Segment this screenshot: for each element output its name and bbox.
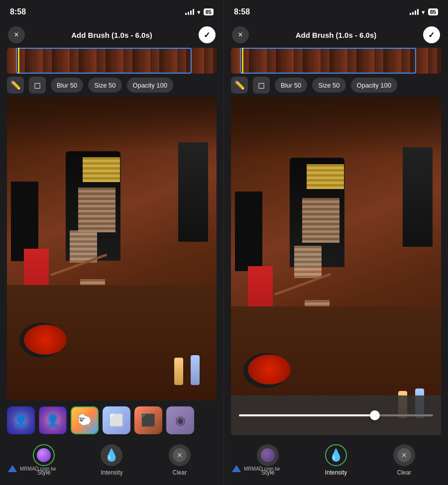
status-bar-right: 8:58 ▾ 85 — [224, 0, 448, 22]
confirm-button-right[interactable]: ✓ — [423, 26, 440, 43]
status-time-right: 8:58 — [234, 7, 250, 16]
style-thumb-6-left[interactable]: ◉ — [166, 406, 194, 434]
toolbar-left: ✏️ ◻ Blur 50 Size 50 Opacity 100 — [0, 74, 224, 97]
timeline-playhead-left — [18, 48, 19, 74]
style-thumb-4-left[interactable]: ⬜ — [103, 406, 130, 434]
clear-action-left[interactable]: ✕ Clear — [169, 444, 191, 476]
clear-label-right: Clear — [397, 469, 411, 476]
status-icons-right: ▾ 85 — [410, 8, 438, 16]
signal-icon-right — [410, 9, 419, 15]
blur-btn-right[interactable]: Blur 50 — [275, 78, 307, 93]
style-thumb-5-left[interactable]: ⬛ — [134, 406, 162, 434]
timeline-right[interactable] — [231, 48, 441, 74]
clear-label-left: Clear — [173, 469, 187, 476]
battery-left: 85 — [204, 8, 214, 15]
confirm-button-left[interactable]: ✓ — [199, 26, 216, 43]
bottom-bar-left: Style 💧 Intensity ✕ Clear — [0, 440, 224, 485]
header-title-left: Add Brush (1.0s - 6.0s) — [71, 31, 152, 39]
brush-tool-left[interactable]: ✏️ — [7, 77, 24, 94]
top-bar-right: × Add Brush (1.0s - 6.0s) ✓ — [224, 22, 448, 48]
intensity-action-left[interactable]: 💧 Intensity — [101, 444, 123, 476]
size-btn-right[interactable]: Size 50 — [312, 78, 345, 93]
intensity-slider-thumb — [370, 410, 380, 420]
right-panel: 8:58 ▾ 85 × Add Brush (1.0s - 6.0s) ✓ ✏️… — [224, 0, 448, 485]
close-button-left[interactable]: × — [8, 26, 25, 43]
intensity-icon-left: 💧 — [101, 444, 122, 466]
close-button-right[interactable]: × — [232, 26, 249, 43]
eraser-tool-left[interactable]: ◻ — [29, 77, 46, 94]
style-thumb-3-left[interactable]: 🐑 — [71, 406, 99, 434]
intensity-action-right[interactable]: 💧 Intensity — [325, 444, 347, 476]
watermark-logo-left — [7, 463, 18, 474]
watermark-right: MRMAD.com.tw — [231, 463, 280, 474]
watermark-text-right: MRMAD.com.tw — [244, 466, 280, 472]
size-btn-left[interactable]: Size 50 — [88, 78, 121, 93]
eraser-tool-right[interactable]: ◻ — [253, 77, 270, 94]
clear-icon-right: ✕ — [393, 444, 415, 466]
opacity-btn-right[interactable]: Opacity 100 — [351, 78, 397, 93]
blur-btn-left[interactable]: Blur 50 — [51, 78, 83, 93]
canvas-image-right — [231, 97, 441, 435]
watermark-text-left: MRMAD.com.tw — [20, 466, 56, 472]
watermark-left: MRMAD.com.tw — [7, 463, 56, 474]
opacity-btn-left[interactable]: Opacity 100 — [127, 78, 173, 93]
signal-icon-left — [185, 9, 194, 15]
status-icons-left: ▾ 85 — [185, 8, 214, 16]
intensity-label-right: Intensity — [325, 469, 347, 476]
brush-tool-right[interactable]: ✏️ — [231, 77, 248, 94]
canvas-right[interactable] — [231, 97, 441, 435]
left-panel: 8:58 ▾ 85 × Add Brush (1.0s - 6.0s) ✓ ✏️… — [0, 0, 224, 485]
intensity-slider-track[interactable] — [239, 414, 433, 416]
top-bar-left: × Add Brush (1.0s - 6.0s) ✓ — [0, 22, 224, 48]
timeline-playhead-right — [242, 48, 243, 74]
timeline-bg-left — [7, 48, 217, 74]
status-bar-left: 8:58 ▾ 85 — [0, 0, 224, 22]
wifi-icon-right: ▾ — [422, 8, 425, 16]
clear-icon-left: ✕ — [169, 444, 191, 466]
bottom-bar-right: Style 💧 Intensity ✕ Clear — [224, 440, 448, 485]
timeline-bg-right — [231, 48, 441, 74]
watermark-logo-right — [231, 463, 242, 474]
intensity-icon-right: 💧 — [325, 444, 347, 466]
clear-action-right[interactable]: ✕ Clear — [393, 444, 415, 476]
header-title-right: Add Brush (1.0s - 6.0s) — [296, 31, 377, 39]
style-thumb-2-left[interactable]: 👤 — [39, 406, 67, 434]
style-options-left: 👤 👤 🐑 ⬜ ⬛ ◉ — [0, 400, 224, 440]
intensity-label-left: Intensity — [101, 469, 123, 476]
style-thumb-1-left[interactable]: 👤 — [7, 406, 35, 434]
canvas-left[interactable] — [7, 97, 217, 400]
status-time-left: 8:58 — [10, 7, 26, 16]
canvas-image-left — [7, 97, 217, 400]
toolbar-right: ✏️ ◻ Blur 50 Size 50 Opacity 100 — [224, 74, 448, 97]
timeline-left[interactable] — [7, 48, 217, 74]
intensity-slider-fill — [239, 414, 375, 416]
wifi-icon-left: ▾ — [197, 8, 201, 16]
battery-right: 85 — [428, 8, 438, 15]
